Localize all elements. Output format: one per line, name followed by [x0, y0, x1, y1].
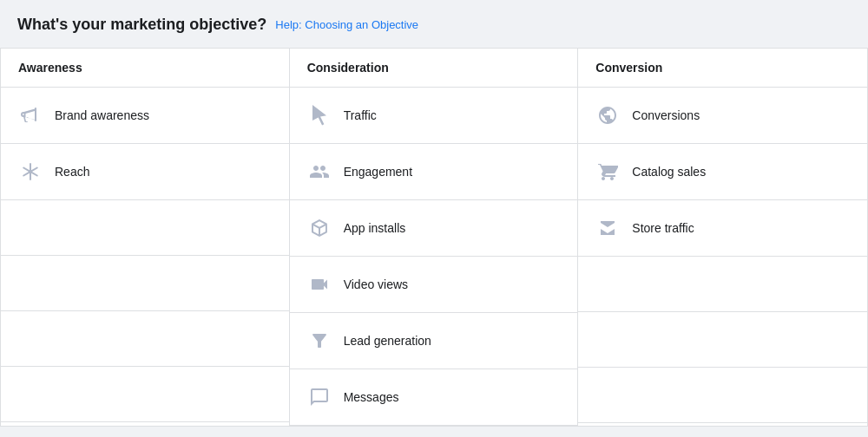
- objective-table: Awareness Consideration Conversion Brand…: [0, 48, 868, 427]
- header-conversion: Conversion: [578, 49, 867, 87]
- traffic-item[interactable]: Traffic: [290, 88, 578, 144]
- catalog-sales-label: Catalog sales: [632, 165, 706, 179]
- brand-awareness-label: Brand awareness: [55, 108, 149, 122]
- video-icon: [307, 272, 332, 297]
- conversion-empty-1: [578, 257, 867, 312]
- cursor-icon: [307, 103, 332, 127]
- awareness-empty-2: [1, 256, 289, 311]
- cart-icon: [595, 160, 620, 184]
- globe-icon: [595, 103, 620, 127]
- help-link[interactable]: Help: Choosing an Objective: [275, 18, 418, 31]
- app-installs-item[interactable]: App installs: [290, 200, 578, 257]
- people-icon: [307, 160, 332, 184]
- store-traffic-label: Store traffic: [632, 221, 694, 235]
- app-installs-label: App installs: [344, 221, 406, 235]
- store-traffic-item[interactable]: Store traffic: [578, 200, 867, 257]
- header-awareness: Awareness: [1, 49, 290, 87]
- traffic-label: Traffic: [344, 108, 377, 122]
- reach-label: Reach: [55, 165, 89, 179]
- asterisk-icon: [18, 160, 43, 184]
- conversions-label: Conversions: [632, 108, 700, 122]
- video-views-label: Video views: [344, 277, 408, 291]
- table-header-row: Awareness Consideration Conversion: [1, 49, 867, 88]
- header-consideration: Consideration: [290, 49, 579, 87]
- megaphone-icon: [18, 103, 43, 127]
- messages-item[interactable]: Messages: [290, 369, 578, 426]
- conversion-empty-2: [578, 312, 867, 368]
- lead-generation-label: Lead generation: [344, 334, 431, 348]
- conversion-column: Conversions Catalog sales: [578, 88, 867, 426]
- page-wrapper: What's your marketing objective? Help: C…: [0, 0, 868, 437]
- consideration-column: Traffic Engagement: [290, 88, 579, 426]
- catalog-sales-item[interactable]: Catalog sales: [578, 144, 867, 200]
- conversions-item[interactable]: Conversions: [578, 88, 867, 144]
- video-views-item[interactable]: Video views: [290, 257, 578, 313]
- page-header: What's your marketing objective? Help: C…: [0, 0, 868, 48]
- brand-awareness-item[interactable]: Brand awareness: [1, 88, 289, 144]
- awareness-column: Brand awareness Reach: [1, 88, 290, 426]
- awareness-empty-3: [1, 311, 289, 367]
- funnel-icon: [307, 329, 332, 353]
- awareness-empty-1: [1, 200, 289, 256]
- lead-generation-item[interactable]: Lead generation: [290, 313, 578, 369]
- messages-label: Messages: [344, 390, 399, 404]
- store-icon: [595, 216, 620, 240]
- conversion-empty-3: [578, 368, 867, 423]
- cube-icon: [307, 216, 332, 240]
- engagement-label: Engagement: [344, 165, 412, 179]
- table-body: Brand awareness Reach: [1, 88, 867, 426]
- engagement-item[interactable]: Engagement: [290, 144, 578, 200]
- page-title: What's your marketing objective?: [17, 16, 266, 34]
- reach-item[interactable]: Reach: [1, 144, 289, 200]
- awareness-empty-4: [1, 367, 289, 422]
- chat-icon: [307, 385, 332, 409]
